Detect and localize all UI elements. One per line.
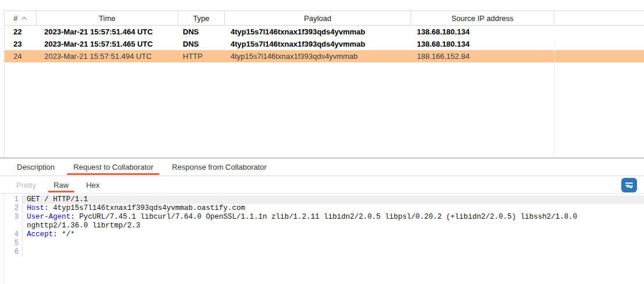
- code-line: 1 GET / HTTP/1.1: [5, 195, 644, 204]
- cell-type: HTTP: [178, 50, 225, 62]
- column-header-payload[interactable]: Payload: [225, 11, 411, 25]
- code-text: 4typ15s7l146txnax1f393qds4yvmmab.oastify…: [49, 204, 246, 212]
- cell-time: 2023-Mar-21 15:57:51.494 UTC: [37, 50, 178, 62]
- request-editor[interactable]: 1 GET / HTTP/1.1 2 Host: 4typ15s7l146txn…: [4, 194, 644, 284]
- line-wrap-icon: [624, 181, 634, 190]
- code-line-text: nghttp2/1.36.0 librtmp/2.3: [23, 222, 644, 230]
- code-line: 2 Host: 4typ15s7l146txnax1f393qds4yvmmab…: [5, 204, 644, 213]
- line-number: 5: [5, 239, 23, 248]
- header-name: Host:: [27, 204, 49, 212]
- code-text: PycURL/7.45.1 libcurl/7.64.0 OpenSSL/1.1…: [75, 213, 578, 221]
- header-name: User-Agent:: [27, 213, 75, 221]
- cell-extra: [554, 26, 644, 38]
- code-line-text: User-Agent: PycURL/7.45.1 libcurl/7.64.0…: [23, 213, 644, 222]
- line-number: 2: [5, 204, 23, 213]
- subtab-hex[interactable]: Hex: [80, 177, 105, 193]
- cell-type: DNS: [178, 26, 225, 38]
- header-name: Accept:: [27, 230, 58, 239]
- cell-source_ip: 138.68.180.134: [411, 26, 554, 38]
- subtab-pretty[interactable]: Pretty: [10, 177, 42, 193]
- collaborator-screen: # Time Type Payload Source IP address 22…: [0, 0, 644, 284]
- code-line: nghttp2/1.36.0 librtmp/2.3: [5, 222, 644, 230]
- column-header-source_ip[interactable]: Source IP address: [411, 11, 554, 25]
- tab-request-to-collaborator[interactable]: Request to Collaborator: [67, 159, 160, 176]
- table-body: 222023-Mar-21 15:57:51.464 UTCDNS4typ15s…: [5, 26, 644, 62]
- code-line-text: [23, 248, 644, 257]
- message-view-tabs: PrettyRawHex: [0, 177, 644, 194]
- cell-payload: 4typ15s7l146txnax1f393qds4yvmmab: [225, 50, 411, 62]
- tab-description[interactable]: Description: [10, 159, 61, 176]
- cell-num: 22: [5, 26, 37, 38]
- column-header-type[interactable]: Type: [178, 11, 225, 25]
- cell-payload: 4typ15s7l146txnax1f393qds4yvmmab: [225, 26, 411, 38]
- column-header-extra[interactable]: [554, 11, 644, 25]
- line-number: 6: [5, 248, 23, 257]
- subtab-raw[interactable]: Raw: [48, 177, 75, 193]
- column-divider: [554, 41, 555, 171]
- code-line-text: GET / HTTP/1.1: [23, 195, 644, 204]
- line-number: 1: [5, 195, 23, 204]
- column-header-time[interactable]: Time: [37, 11, 178, 25]
- column-header-num[interactable]: #: [5, 11, 37, 25]
- code-line: 4 Accept: */*: [5, 230, 644, 239]
- table-header-row: # Time Type Payload Source IP address: [5, 10, 644, 26]
- sort-ascending-icon: [21, 16, 27, 20]
- cell-source_ip: 138.68.180.134: [411, 38, 554, 50]
- cell-time: 2023-Mar-21 15:57:51.465 UTC: [37, 38, 178, 50]
- code-text: GET / HTTP/1.1: [27, 195, 88, 204]
- cell-time: 2023-Mar-21 15:57:51.464 UTC: [37, 26, 178, 38]
- code-line: 5: [5, 239, 644, 248]
- tab-response-from-collaborator[interactable]: Response from Collaborator: [165, 159, 273, 176]
- line-wrap-button[interactable]: [621, 178, 637, 192]
- table-row-24[interactable]: 242023-Mar-21 15:57:51.494 UTCHTTP4typ15…: [5, 50, 644, 62]
- detail-tabs: DescriptionRequest to CollaboratorRespon…: [0, 159, 644, 176]
- interactions-table: # Time Type Payload Source IP address 22…: [4, 10, 644, 157]
- cell-num: 24: [5, 50, 37, 62]
- code-line: 3 User-Agent: PycURL/7.45.1 libcurl/7.64…: [5, 213, 644, 222]
- code-text: nghttp2/1.36.0 librtmp/2.3: [27, 222, 140, 230]
- table-row-22[interactable]: 222023-Mar-21 15:57:51.464 UTCDNS4typ15s…: [5, 26, 644, 38]
- cell-source_ip: 188.166.152.84: [411, 50, 554, 62]
- cell-type: DNS: [178, 38, 225, 50]
- code-line: 6: [5, 248, 644, 257]
- cell-payload: 4typ15s7l146txnax1f393qds4yvmmab: [225, 38, 411, 50]
- code-text: */*: [58, 230, 75, 239]
- code-line-text: Accept: */*: [23, 230, 644, 239]
- table-row-23[interactable]: 232023-Mar-21 15:57:51.465 UTCDNS4typ15s…: [5, 38, 644, 50]
- line-number: 3: [5, 213, 23, 222]
- code-line-text: Host: 4typ15s7l146txnax1f393qds4yvmmab.o…: [23, 204, 644, 213]
- line-number: 4: [5, 230, 23, 239]
- line-number: [5, 222, 23, 230]
- code-line-text: [23, 239, 644, 248]
- cell-extra: [554, 50, 644, 62]
- cell-extra: [554, 38, 644, 50]
- cell-num: 23: [5, 38, 37, 50]
